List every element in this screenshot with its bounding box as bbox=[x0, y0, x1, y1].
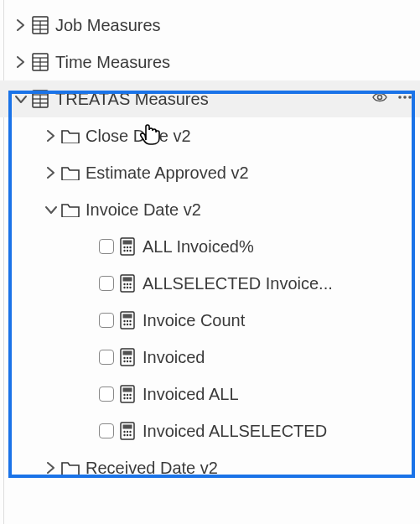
chevron-down-icon[interactable] bbox=[12, 93, 30, 105]
chevron-right-icon[interactable] bbox=[12, 56, 30, 68]
tree-measure-item[interactable]: ALLSELECTED Invoice... bbox=[0, 265, 420, 302]
tree-measure-item[interactable]: Invoiced ALL bbox=[0, 376, 420, 412]
tree-measure-item[interactable]: Invoice Count bbox=[0, 302, 420, 339]
more-options-icon[interactable] bbox=[397, 89, 413, 110]
folder-icon bbox=[60, 128, 80, 143]
tree-item-label: Estimate Approved v2 bbox=[86, 163, 420, 183]
measure-label: ALLSELECTED Invoice... bbox=[143, 274, 420, 293]
tree-folder-close-date[interactable]: Close Date v2 bbox=[0, 117, 420, 154]
tree-item-label: Close Date v2 bbox=[86, 127, 420, 146]
panel-left-divider bbox=[3, 0, 4, 524]
visibility-checkbox[interactable] bbox=[96, 350, 117, 365]
chevron-right-icon[interactable] bbox=[42, 462, 60, 474]
visibility-checkbox[interactable] bbox=[96, 423, 117, 438]
visibility-checkbox[interactable] bbox=[96, 387, 117, 402]
measure-label: Invoiced bbox=[143, 348, 420, 367]
table-icon bbox=[30, 90, 50, 108]
calculator-icon bbox=[117, 348, 137, 366]
visibility-checkbox[interactable] bbox=[96, 239, 117, 254]
measure-label: Invoiced ALLSELECTED bbox=[143, 422, 420, 441]
chevron-down-icon[interactable] bbox=[42, 204, 60, 215]
tree-item-time-measures[interactable]: Time Measures bbox=[0, 44, 420, 80]
tree-item-label: Time Measures bbox=[55, 53, 420, 72]
tree-measure-item[interactable]: ALL Invoiced% bbox=[0, 228, 420, 265]
measure-label: Invoiced ALL bbox=[143, 385, 420, 404]
fields-tree: Job Measures Time Measures TREATAS Measu… bbox=[0, 0, 420, 486]
table-icon bbox=[30, 16, 50, 34]
chevron-right-icon[interactable] bbox=[12, 19, 30, 31]
tree-folder-received-date[interactable]: Received Date v2 bbox=[0, 449, 420, 486]
tree-item-label: Job Measures bbox=[55, 16, 420, 35]
visibility-checkbox[interactable] bbox=[96, 313, 117, 328]
table-icon bbox=[30, 53, 50, 71]
calculator-icon bbox=[117, 311, 137, 329]
measure-label: ALL Invoiced% bbox=[143, 237, 420, 257]
calculator-icon bbox=[117, 274, 137, 293]
measure-label: Invoice Count bbox=[143, 311, 420, 330]
tree-item-label: Received Date v2 bbox=[86, 459, 420, 478]
tree-folder-estimate-approved[interactable]: Estimate Approved v2 bbox=[0, 154, 420, 191]
tree-item-job-measures[interactable]: Job Measures bbox=[0, 7, 420, 44]
tree-measure-item[interactable]: Invoiced bbox=[0, 339, 420, 376]
folder-icon bbox=[60, 460, 80, 475]
visibility-icon[interactable] bbox=[371, 89, 388, 110]
visibility-checkbox[interactable] bbox=[96, 276, 117, 291]
tree-folder-invoice-date[interactable]: Invoice Date v2 bbox=[0, 191, 420, 228]
calculator-icon bbox=[117, 237, 137, 256]
tree-item-treatas-measures[interactable]: TREATAS Measures bbox=[0, 80, 420, 117]
calculator-icon bbox=[117, 385, 137, 403]
calculator-icon bbox=[117, 422, 137, 440]
tree-item-label: TREATAS Measures bbox=[55, 90, 420, 109]
tree-measure-item[interactable]: Invoiced ALLSELECTED bbox=[0, 412, 420, 449]
folder-icon bbox=[60, 202, 80, 217]
folder-icon bbox=[60, 165, 80, 180]
chevron-right-icon[interactable] bbox=[42, 167, 60, 179]
chevron-right-icon[interactable] bbox=[42, 130, 60, 142]
tree-item-label: Invoice Date v2 bbox=[86, 200, 420, 220]
